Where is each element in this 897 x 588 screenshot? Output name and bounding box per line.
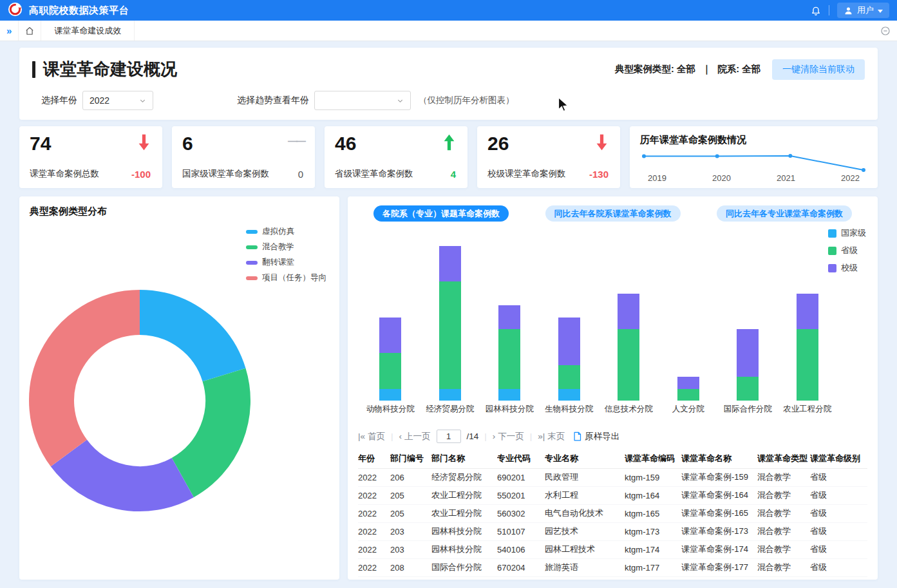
table-header-cell: 课堂革命编码 xyxy=(625,449,681,468)
chart-tab-yoy-department[interactable]: 同比去年各院系课堂革命案例数 xyxy=(545,205,681,222)
legend-item[interactable]: 混合教学 xyxy=(246,242,326,252)
table-cell: 民政管理 xyxy=(545,468,625,486)
history-card-title: 历年课堂革命案例数情况 xyxy=(640,134,746,146)
legend-label: 虚拟仿真 xyxy=(262,226,294,237)
table-cell: 课堂革命案例-174 xyxy=(681,540,757,558)
bar-segment[interactable] xyxy=(677,377,699,389)
bar-segment[interactable] xyxy=(558,389,580,401)
bar-segment[interactable] xyxy=(677,389,699,401)
table-header-cell: 专业名称 xyxy=(545,449,625,468)
trend-year-select[interactable] xyxy=(314,91,411,110)
bar-segment[interactable] xyxy=(379,318,401,353)
donut-segment[interactable] xyxy=(140,312,224,375)
table-row[interactable]: 2022203园林科技分院510107园艺技术ktgm-173课堂革命案例-17… xyxy=(358,522,867,540)
stats-row: 74 课堂革命案例总数 -100 6 国家级课堂革命案例数 —— 0 46 省级… xyxy=(19,126,878,188)
bar-column[interactable] xyxy=(361,246,420,401)
dept-label: 院系: xyxy=(717,64,739,74)
bar-segment[interactable] xyxy=(439,246,461,281)
sidebar-expand-icon[interactable]: » xyxy=(0,25,18,36)
stat-value: 74 xyxy=(30,133,51,155)
topbar-actions: 用户 xyxy=(811,3,889,18)
year-select-label: 选择年份 xyxy=(41,95,77,106)
bar-segment[interactable] xyxy=(797,294,818,329)
bar-segment[interactable] xyxy=(439,281,461,388)
bar-column[interactable] xyxy=(718,246,778,401)
chart-tab-yoy-major[interactable]: 同比去年各专业课堂革命案例数 xyxy=(717,205,852,222)
bar-column[interactable] xyxy=(480,246,540,401)
table-row[interactable]: 2022205农业工程分院550201水利工程ktgm-164课堂革命案例-16… xyxy=(358,486,867,504)
bar-segment[interactable] xyxy=(498,305,520,329)
chart-tab-by-department[interactable]: 各院系（专业）课题革命案例数 xyxy=(373,205,509,222)
donut-segment[interactable] xyxy=(183,375,228,478)
pager-divider: | xyxy=(484,432,487,441)
table-row[interactable]: 2022205农业工程分院560302电气自动化技术ktgm-165课堂革命案例… xyxy=(358,504,867,522)
top-header: 高职院校数据决策平台 用户 xyxy=(0,0,897,21)
department-cases-card: 各院系（专业）课题革命案例数 同比去年各院系课堂革命案例数 同比去年各专业课堂革… xyxy=(348,196,878,580)
page-title: 课堂革命建设概况 xyxy=(32,58,177,81)
main-content: 课堂革命建设概况 典型案例类型: 全部 ｜ 院系: 全部 一键清除当前联动 选择… xyxy=(0,41,897,588)
bar-segment[interactable] xyxy=(797,329,818,401)
bar-segment[interactable] xyxy=(498,389,520,401)
platform-logo-icon xyxy=(8,2,23,19)
donut-chart[interactable] xyxy=(19,280,339,564)
table-row[interactable]: 2022203园林科技分院540106园林工程技术ktgm-174课堂革命案例-… xyxy=(358,540,867,558)
next-page-button[interactable]: › 下一页 xyxy=(493,431,524,442)
chevron-down-icon xyxy=(878,10,883,13)
bar-category-label: 人文分院 xyxy=(659,404,719,415)
topbar-divider xyxy=(829,5,829,15)
first-page-button[interactable]: |« 首页 xyxy=(358,431,385,442)
table-row[interactable]: 2022208国际合作分院670204旅游英语ktgm-177课堂革命案例-17… xyxy=(358,558,867,576)
bar-column[interactable] xyxy=(778,246,838,401)
bar-column[interactable] xyxy=(599,246,659,401)
history-sparkline-chart[interactable] xyxy=(640,152,867,174)
bar-segment[interactable] xyxy=(498,329,520,388)
table-cell: 混合教学 xyxy=(757,504,810,522)
flat-trend-icon: —— xyxy=(288,135,305,146)
user-menu[interactable]: 用户 xyxy=(837,3,889,18)
tab-classroom-revolution[interactable]: 课堂革命建设成效 xyxy=(41,21,135,41)
clear-linkage-button[interactable]: 一键清除当前联动 xyxy=(772,59,865,80)
year-tick-label: 2021 xyxy=(777,173,795,183)
table-cell: 2022 xyxy=(358,540,390,558)
bar-column[interactable] xyxy=(540,246,600,401)
table-row[interactable]: 2022206经济贸易分院690201民政管理ktgm-159课堂革命案例-15… xyxy=(358,468,867,486)
bar-segment[interactable] xyxy=(558,318,580,365)
dept-value: 全部 xyxy=(742,64,760,74)
bar-segment[interactable] xyxy=(379,353,401,388)
table-cell: 2022 xyxy=(358,504,390,522)
legend-swatch xyxy=(246,276,258,280)
legend-item[interactable]: 国家级 xyxy=(828,227,866,239)
donut-segment[interactable] xyxy=(69,453,183,489)
arrow-down-icon xyxy=(137,133,151,155)
bar-segment[interactable] xyxy=(618,294,639,329)
page-number-input[interactable] xyxy=(437,430,461,443)
tab-options-icon[interactable] xyxy=(880,26,891,36)
bar-segment[interactable] xyxy=(737,329,759,377)
bar-segment[interactable] xyxy=(439,389,461,401)
donut-segment[interactable] xyxy=(52,312,140,453)
table-cell: 园林科技分院 xyxy=(431,522,497,540)
bar-segment[interactable] xyxy=(618,329,639,401)
last-page-button[interactable]: »| 末页 xyxy=(538,431,565,442)
table-cell: 电气自动化技术 xyxy=(545,504,625,522)
stat-card-total: 74 课堂革命案例总数 -100 xyxy=(19,126,162,188)
bar-segment[interactable] xyxy=(558,365,580,389)
prev-page-button[interactable]: ‹ 上一页 xyxy=(399,431,431,442)
export-button[interactable]: 原样导出 xyxy=(573,431,619,442)
legend-item[interactable]: 翻转课堂 xyxy=(246,257,326,268)
table-cell: 旅游英语 xyxy=(545,558,625,576)
bar-column[interactable] xyxy=(659,246,719,401)
bar-segment[interactable] xyxy=(737,377,759,401)
year-select[interactable]: 2022 xyxy=(82,91,153,110)
table-cell: 203 xyxy=(390,540,431,558)
table-cell: 省级 xyxy=(810,468,867,486)
cases-table: 年份部门编号部门名称专业代码专业名称课堂革命编码课堂革命名称课堂革命类型课堂革命… xyxy=(358,449,867,577)
pager-divider: | xyxy=(391,432,393,441)
legend-item[interactable]: 虚拟仿真 xyxy=(246,226,326,237)
home-tab[interactable] xyxy=(18,21,41,41)
bar-column[interactable] xyxy=(420,246,480,401)
case-type-value: 全部 xyxy=(677,64,695,74)
history-trend-card: 历年课堂革命案例数情况 2019202020212022 xyxy=(630,126,878,188)
bar-segment[interactable] xyxy=(379,389,401,401)
notification-bell-icon[interactable] xyxy=(811,5,821,15)
